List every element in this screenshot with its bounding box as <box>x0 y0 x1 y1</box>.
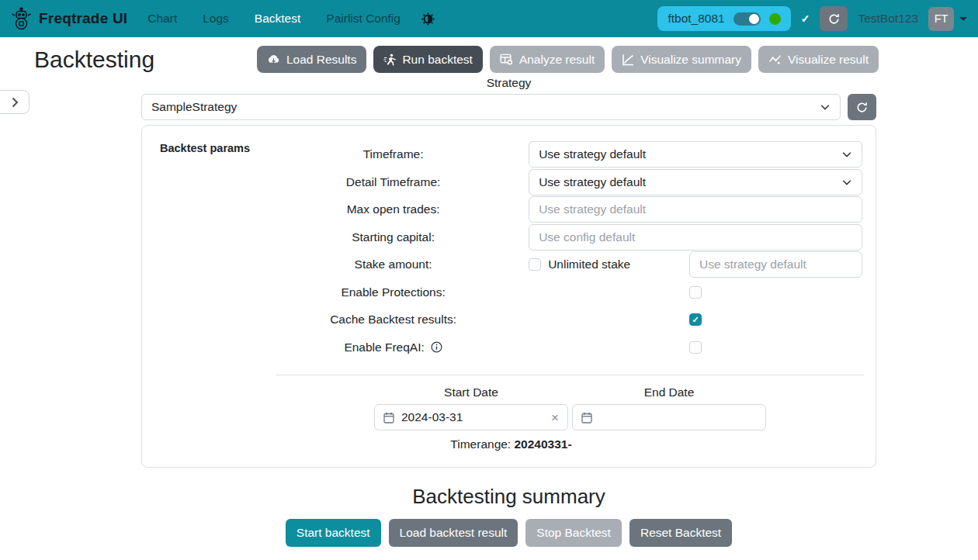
chevron-right-icon <box>10 97 19 108</box>
chevron-down-icon <box>841 177 852 188</box>
stop-backtest-button[interactable]: Stop Backtest <box>525 519 622 546</box>
starting-capital-label: Starting capital: <box>276 230 510 244</box>
load-results-button[interactable]: Load Results <box>257 46 366 73</box>
user-menu[interactable]: FT <box>928 7 967 31</box>
nav-link-backtest[interactable]: Backtest <box>255 12 300 26</box>
table-search-icon <box>500 54 513 65</box>
stake-amount-label: Stake amount: <box>276 258 510 271</box>
start-date-value: 2024-03-31 <box>401 410 463 424</box>
enable-freqai-row: Enable FreqAI: <box>160 334 862 361</box>
end-date-input[interactable] <box>572 404 766 430</box>
chevron-down-icon <box>959 17 967 21</box>
calendar-icon <box>581 412 592 423</box>
calendar-icon <box>383 412 394 423</box>
bot-account-name: TestBot123 <box>858 12 918 26</box>
timeframe-select[interactable]: Use strategy default <box>529 141 862 168</box>
enable-freqai-checkbox[interactable] <box>689 341 702 354</box>
unlimited-stake-checkbox[interactable] <box>529 258 541 271</box>
strategy-selected-value: SampleStrategy <box>151 100 237 114</box>
runner-icon <box>383 54 396 66</box>
run-backtest-button[interactable]: Run backtest <box>373 46 482 73</box>
line-chart-icon <box>622 54 634 66</box>
panel-title: Backtest params <box>160 142 250 154</box>
end-date-label: End Date <box>572 385 766 399</box>
strategy-refresh-button[interactable] <box>848 94 876 120</box>
backtest-params-panel: Backtest params Timeframe: Use strategy … <box>141 125 876 468</box>
page-header: Backtesting Load Results Run backtest <box>0 37 978 76</box>
bot-online-toggle[interactable] <box>734 12 761 26</box>
reset-backtest-button[interactable]: Reset Backtest <box>629 519 732 546</box>
max-open-trades-input[interactable] <box>529 196 862 223</box>
theme-contrast-icon[interactable] <box>421 12 435 26</box>
info-icon[interactable] <box>431 341 442 353</box>
cloud-download-icon <box>267 54 280 65</box>
summary-buttons: Start backtest Load backtest result Stop… <box>141 519 876 546</box>
chevron-down-icon <box>841 149 852 160</box>
detail-timeframe-select[interactable]: Use strategy default <box>529 169 862 195</box>
strategy-select[interactable]: SampleStrategy <box>141 94 841 120</box>
nav-link-logs[interactable]: Logs <box>203 12 229 26</box>
strategy-label: Strategy <box>141 76 876 90</box>
stake-amount-row: Stake amount: Unlimited stake <box>160 251 862 278</box>
max-open-trades-row: Max open trades: <box>160 195 862 223</box>
load-backtest-result-button[interactable]: Load backtest result <box>389 519 518 546</box>
backtest-setup: Strategy SampleStrategy Backtest params … <box>141 76 876 546</box>
detail-timeframe-row: Detail Timeframe: Use strategy default <box>160 168 862 196</box>
unlimited-stake-label[interactable]: Unlimited stake <box>548 258 630 271</box>
cache-results-row: Cache Backtest results: <box>160 306 862 334</box>
enable-protections-row: Enable Protections: <box>160 278 862 306</box>
top-navbar: Freqtrade UI Chart Logs Backtest Pairlis… <box>0 0 978 37</box>
nav-link-pairlist-config[interactable]: Pairlist Config <box>326 12 401 26</box>
bot-ok-check-icon: ✓ <box>801 12 810 25</box>
start-date-label: Start Date <box>374 385 568 399</box>
divider <box>276 375 864 375</box>
stake-amount-input[interactable] <box>689 251 862 278</box>
timerange-summary: Timerange: 20240331- <box>160 437 862 451</box>
nav-links: Chart Logs Backtest Pairlist Config <box>147 12 401 26</box>
chevron-down-icon <box>820 102 831 112</box>
visualize-result-button[interactable]: Visualize result <box>758 46 879 73</box>
global-refresh-button[interactable] <box>820 6 848 31</box>
timeframe-row: Timeframe: Use strategy default <box>160 140 862 168</box>
timerange-value: 20240331- <box>515 437 572 451</box>
enable-protections-checkbox[interactable] <box>689 286 702 299</box>
bot-name: ftbot_8081 <box>668 12 724 26</box>
starting-capital-input[interactable] <box>529 224 862 251</box>
cache-results-label: Cache Backtest results: <box>276 313 510 327</box>
brand[interactable]: Freqtrade UI <box>11 7 127 30</box>
summary-title: Backtesting summary <box>141 485 876 509</box>
nav-link-chart[interactable]: Chart <box>147 12 177 26</box>
header-buttons: Load Results Run backtest A <box>257 46 879 73</box>
enable-freqai-label: Enable FreqAI: <box>344 340 424 354</box>
scatter-graph-icon <box>768 54 782 65</box>
detail-timeframe-label: Detail Timeframe: <box>276 175 510 189</box>
navbar-right: ftbot_8081 ✓ TestBot123 FT <box>657 6 967 31</box>
start-backtest-button[interactable]: Start backtest <box>286 519 381 546</box>
bot-selector[interactable]: ftbot_8081 <box>657 6 790 31</box>
starting-capital-row: Starting capital: <box>160 223 862 251</box>
start-date-input[interactable]: 2024-03-31 × <box>374 404 568 430</box>
timeframe-label: Timeframe: <box>276 147 510 161</box>
max-open-trades-label: Max open trades: <box>276 202 510 216</box>
brand-title: Freqtrade UI <box>39 10 127 27</box>
analyze-result-button[interactable]: Analyze result <box>490 46 605 73</box>
enable-protections-label: Enable Protections: <box>276 285 510 299</box>
avatar: FT <box>928 7 954 31</box>
cache-results-checkbox[interactable] <box>689 313 702 326</box>
freqtrade-robot-logo-icon <box>11 7 32 30</box>
visualize-summary-button[interactable]: Visualize summary <box>612 46 751 73</box>
bot-online-status-dot <box>769 13 781 25</box>
clear-date-icon[interactable]: × <box>551 411 559 424</box>
sidebar-expand-button[interactable] <box>0 90 29 114</box>
page-title: Backtesting <box>34 47 154 73</box>
